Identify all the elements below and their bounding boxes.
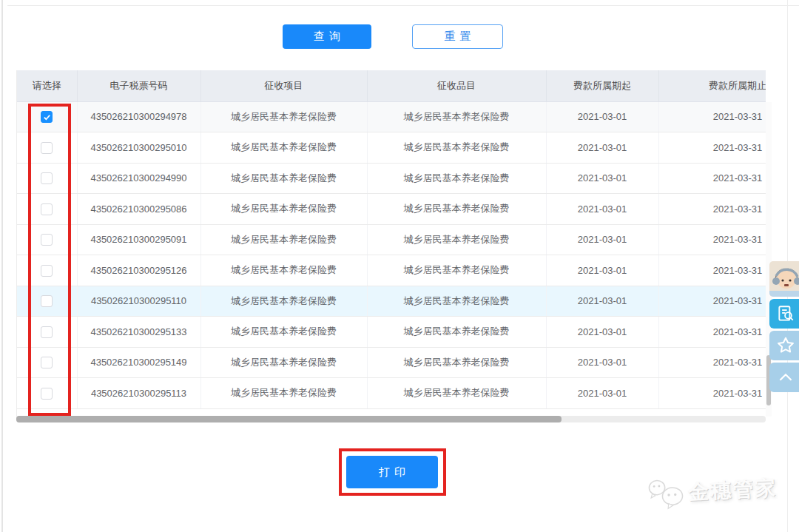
select-cell xyxy=(17,194,77,225)
star-icon xyxy=(775,335,796,356)
item-cell: 城乡居民基本养老保险费 xyxy=(200,101,367,132)
select-cell xyxy=(17,317,77,348)
table-row[interactable]: 435026210300295149 城乡居民基本养老保险费 城乡居民基本养老保… xyxy=(17,347,766,378)
assistant-avatar[interactable] xyxy=(769,261,799,297)
period-end-cell: 2021-03-31 xyxy=(658,255,766,286)
row-checkbox[interactable] xyxy=(41,172,53,184)
period-start-cell: 2021-03-01 xyxy=(546,224,658,255)
period-end-cell: 2021-03-31 xyxy=(658,286,766,317)
item-cell: 城乡居民基本养老保险费 xyxy=(200,347,367,378)
category-cell: 城乡居民基本养老保险费 xyxy=(367,255,546,286)
row-checkbox[interactable] xyxy=(41,265,53,277)
column-header-period-start: 费款所属期起 xyxy=(546,70,658,101)
page-top-divider xyxy=(7,5,799,6)
column-header-item: 征收项目 xyxy=(200,70,367,101)
ticket-number-cell: 435026210300295149 xyxy=(77,347,200,378)
select-cell xyxy=(17,378,77,409)
chevron-up-icon xyxy=(776,368,795,387)
period-start-cell: 2021-03-01 xyxy=(546,194,658,225)
select-cell xyxy=(17,163,77,194)
results-table: 请选择 电子税票号码 征收项目 征收品目 费款所属期起 费款所属期止 43502… xyxy=(16,70,766,417)
ticket-number-cell: 435026210300294990 xyxy=(77,163,200,194)
checkmark-icon xyxy=(43,113,51,121)
doc-search-button[interactable] xyxy=(769,299,799,329)
category-cell: 城乡居民基本养老保险费 xyxy=(367,224,546,255)
row-checkbox[interactable] xyxy=(41,111,53,123)
horizontal-scrollbar[interactable] xyxy=(16,416,766,422)
table-header-row: 请选择 电子税票号码 征收项目 征收品目 费款所属期起 费款所属期止 xyxy=(17,70,766,101)
select-cell xyxy=(17,132,77,164)
ticket-number-cell: 435026210300295010 xyxy=(77,132,200,164)
table-row[interactable]: 435026210300295010 城乡居民基本养老保险费 城乡居民基本养老保… xyxy=(17,132,766,164)
category-cell: 城乡居民基本养老保险费 xyxy=(367,132,546,164)
reset-button[interactable]: 重置 xyxy=(412,24,503,49)
select-cell xyxy=(17,286,77,317)
ticket-number-cell: 435026210300295091 xyxy=(77,224,200,255)
column-header-category: 征收品目 xyxy=(367,70,546,101)
row-checkbox[interactable] xyxy=(41,234,53,246)
avatar-image xyxy=(769,261,799,297)
period-start-cell: 2021-03-01 xyxy=(546,132,658,164)
table-row[interactable]: 435026210300294990 城乡居民基本养老保险费 城乡居民基本养老保… xyxy=(17,163,766,194)
table-row[interactable]: 435026210300295086 城乡居民基本养老保险费 城乡居民基本养老保… xyxy=(17,194,766,225)
item-cell: 城乡居民基本养老保险费 xyxy=(200,255,367,286)
table-body: 435026210300294978 城乡居民基本养老保险费 城乡居民基本养老保… xyxy=(17,101,766,408)
period-end-cell: 2021-03-31 xyxy=(658,317,766,348)
doc-search-icon xyxy=(776,304,795,323)
print-button[interactable]: 打印 xyxy=(346,456,438,488)
row-checkbox[interactable] xyxy=(41,357,53,368)
period-end-cell: 2021-03-31 xyxy=(658,194,766,225)
item-cell: 城乡居民基本养老保险费 xyxy=(200,317,367,348)
select-cell xyxy=(17,347,77,378)
period-end-cell: 2021-03-31 xyxy=(658,132,766,164)
table-row[interactable]: 435026210300295091 城乡居民基本养老保险费 城乡居民基本养老保… xyxy=(17,224,766,255)
page-left-border xyxy=(1,0,3,532)
table-row[interactable]: 435026210300295113 城乡居民基本养老保险费 城乡居民基本养老保… xyxy=(17,378,766,409)
item-cell: 城乡居民基本养老保险费 xyxy=(200,132,367,164)
table-row[interactable]: 435026210300295110 城乡居民基本养老保险费 城乡居民基本养老保… xyxy=(17,286,766,317)
table-row[interactable]: 435026210300294978 城乡居民基本养老保险费 城乡居民基本养老保… xyxy=(17,101,766,132)
column-header-period-end: 费款所属期止 xyxy=(658,70,766,101)
item-cell: 城乡居民基本养老保险费 xyxy=(200,378,367,409)
favorite-button[interactable] xyxy=(769,331,799,360)
row-checkbox[interactable] xyxy=(41,295,53,307)
period-start-cell: 2021-03-01 xyxy=(546,317,658,348)
ticket-number-cell: 435026210300295110 xyxy=(77,286,200,317)
period-end-cell: 2021-03-31 xyxy=(658,101,766,132)
select-cell xyxy=(17,224,77,255)
back-to-top-button[interactable] xyxy=(769,363,799,392)
period-start-cell: 2021-03-01 xyxy=(546,378,658,409)
item-cell: 城乡居民基本养老保险费 xyxy=(200,194,367,225)
category-cell: 城乡居民基本养老保险费 xyxy=(367,194,546,225)
period-end-cell: 2021-03-31 xyxy=(658,347,766,378)
period-start-cell: 2021-03-01 xyxy=(546,163,658,194)
category-cell: 城乡居民基本养老保险费 xyxy=(367,163,546,194)
period-end-cell: 2021-03-31 xyxy=(658,378,766,409)
row-checkbox[interactable] xyxy=(41,326,53,338)
table-row[interactable]: 435026210300295126 城乡居民基本养老保险费 城乡居民基本养老保… xyxy=(17,255,766,286)
watermark-brand: 金穗管家 xyxy=(687,474,778,506)
column-header-select: 请选择 xyxy=(17,70,77,101)
item-cell: 城乡居民基本养老保险费 xyxy=(200,224,367,255)
select-cell xyxy=(17,255,77,286)
row-checkbox[interactable] xyxy=(41,142,53,154)
query-button[interactable]: 查询 xyxy=(283,24,371,49)
select-cell xyxy=(17,101,77,132)
table-row[interactable]: 435026210300295133 城乡居民基本养老保险费 城乡居民基本养老保… xyxy=(17,317,766,348)
category-cell: 城乡居民基本养老保险费 xyxy=(367,317,546,348)
item-cell: 城乡居民基本养老保险费 xyxy=(200,163,367,194)
period-end-cell: 2021-03-31 xyxy=(658,163,766,194)
floating-side-widget xyxy=(769,261,799,392)
row-checkbox[interactable] xyxy=(41,203,53,215)
period-end-cell: 2021-03-31 xyxy=(658,224,766,255)
chat-bubbles-icon xyxy=(644,474,690,514)
page: 查询 重置 请选择 电子税票号码 征收项目 征收品目 费款所属期起 费款所属期止 xyxy=(0,0,799,532)
ticket-number-cell: 435026210300295126 xyxy=(77,255,200,286)
column-header-ticket-no: 电子税票号码 xyxy=(77,70,200,101)
row-checkbox[interactable] xyxy=(41,388,53,400)
horizontal-scrollbar-thumb[interactable] xyxy=(16,416,562,422)
period-start-cell: 2021-03-01 xyxy=(546,255,658,286)
period-start-cell: 2021-03-01 xyxy=(546,286,658,317)
watermark: 金穗管家 xyxy=(644,468,778,514)
ticket-number-cell: 435026210300295086 xyxy=(77,194,200,225)
